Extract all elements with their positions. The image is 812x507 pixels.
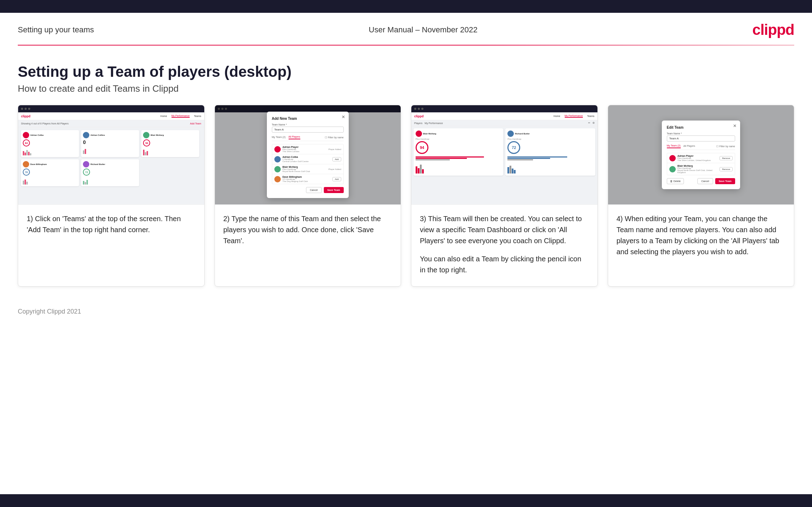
player-added-3: Player Added [328,168,341,170]
mini-pencil-icon[interactable]: ✏ [588,122,590,124]
team-name-input-2[interactable]: Team A [272,127,344,133]
bar-9 [145,152,146,155]
tab-all-players-2[interactable]: All Players [289,135,300,139]
cancel-button-4[interactable]: Cancel [697,178,713,184]
player-info-4: Dave Billingham 3.5 HandicapThe Dog Magi… [283,176,331,182]
player-row-2: Adrian Colba 1 HandicapCentral London Go… [272,154,343,164]
delete-button-4[interactable]: 🗑 Delete [667,178,684,184]
player-mini-top-3: Blair McHarg [143,132,197,138]
mini-app-2: Add New Team ✕ Team Name * Team A My Tea… [215,105,401,204]
card-1: clippd Home My Performance Teams Showing… [18,105,205,287]
player-avatar-4 [274,176,281,182]
bar-7 [85,149,86,154]
add-player-btn-4[interactable]: Add [332,177,341,181]
mini-header-3 [411,105,597,112]
player-avatar-3 [274,166,281,172]
stat-bar-4 [507,156,567,158]
card-2-text: 2) Type the name of this Team and then s… [215,205,401,286]
cancel-button-2[interactable]: Cancel [306,187,322,193]
edit-player-avatar-2 [669,166,676,172]
card-3: clippd Home My Performance Teams Players… [411,105,598,287]
edit-player-row-name-1: Adrian Player [677,155,718,157]
bar-6 [83,150,84,154]
player-stat-1: Blair McHarg Plus Handicap 94 [413,128,503,176]
player-row-club-3: Plus HandicapRoyal North Devon Golf Club [283,168,327,172]
bar-d8 [514,170,516,174]
mini-app-4: Edit Team ✕ Team Name * Team A My Team (… [608,105,794,204]
bar-d3 [420,165,422,174]
avatar-d2 [507,130,514,137]
stat-score-2: 72 [507,141,520,154]
stat-bar-5 [507,158,550,159]
dot-8 [418,108,420,110]
mini-breadcrumb-3b: My Performance [425,122,443,124]
mini-app-3: clippd Home My Performance Teams Players… [411,105,597,204]
clippd-logo: clippd [752,21,794,38]
mini-nav-1: clippd Home My Performance Teams [18,112,204,120]
edit-team-name-input[interactable]: Team A [667,135,735,142]
bar-chart-4 [23,177,77,185]
player-avatar-2 [274,156,281,162]
player-info-1: Adrian Player Plus HandicapThe Shire Lon… [283,146,327,153]
bar-5 [30,153,31,155]
bar-14 [83,181,84,185]
player-row-name-3: Blair McHarg [283,166,327,168]
bar-chart-1 [23,148,77,155]
nav-home-3: Home [554,115,560,117]
bar-1 [23,151,24,155]
bar-15 [85,182,86,185]
add-team-btn-mini[interactable]: Add Team [190,122,201,125]
edit-tab-all-players[interactable]: All Players [684,145,695,148]
bar-2 [25,153,26,155]
copyright-text: Copyright Clippd 2021 [18,308,794,315]
bar-chart-2 [83,147,137,154]
mini-app-1: clippd Home My Performance Teams Showing… [18,105,204,204]
player-name-3: Blair McHarg [151,134,164,136]
bar-d1 [416,166,417,174]
dialog-close-2[interactable]: ✕ [342,114,345,119]
add-player-btn-2[interactable]: Add [332,157,341,161]
remove-player-btn-2[interactable]: Remove [719,167,732,171]
cards-container: clippd Home My Performance Teams Showing… [0,105,812,301]
player-name-2: Adrian Collins [90,134,105,136]
player-card-mini-4: Dave Billingham 78 [21,159,79,186]
card-2: Add New Team ✕ Team Name * Team A My Tea… [215,105,401,287]
edit-filter-check: ☐ Filter by name [716,145,735,148]
bar-d4 [422,169,424,174]
bar-chart-3 [143,148,197,155]
dot-1 [21,108,23,110]
mini-breadcrumb-3: Players [414,122,422,124]
save-team-button-4[interactable]: Save Team [715,178,735,184]
edit-dialog-title: Edit Team [667,126,735,129]
edit-player-row-club-1: Plus HandicapThe Shire London, United Ki… [677,157,718,161]
player-row-club-1: Plus HandicapThe Shire London [283,148,327,153]
bar-d6 [510,166,511,174]
save-team-button-2[interactable]: Save Team [324,187,344,193]
player-info-3: Blair McHarg Plus HandicapRoyal North De… [283,166,327,172]
bar-8 [143,150,144,155]
nav-teams-3: My Performance [565,114,583,118]
mini-header-1 [18,105,204,112]
player-stat-hcp-2: Plus Handicap [507,138,593,140]
tab-my-team-2[interactable]: My Team (2) [272,136,286,139]
player-mini-top-2: Adrian Collins [83,132,137,138]
bottom-bar [0,494,812,507]
page-title-section: Setting up a Team of players (desktop) H… [0,46,812,105]
mini-logo: clippd [21,114,31,118]
edit-tab-my-team[interactable]: My Team (2) [667,144,681,148]
page-title: Setting up a Team of players (desktop) [18,63,794,80]
dialog-title-2: Add New Team [272,117,344,121]
bar-12 [25,180,26,185]
edit-dialog-close[interactable]: ✕ [733,123,737,128]
dot-2 [25,108,27,110]
mini-settings-icon[interactable]: ⚙ [592,122,595,124]
edit-player-row-1: Adrian Player Plus HandicapThe Shire Lon… [667,153,735,163]
card-3-description-1: 3) This Team will then be created. You c… [420,213,589,246]
stat-bar-2 [416,158,467,159]
bar-chart-5 [83,177,137,185]
dot-7 [414,108,416,110]
dot-9 [421,108,423,110]
avatar-5 [83,161,89,167]
remove-player-btn-1[interactable]: Remove [719,156,732,160]
card-4: Edit Team ✕ Team Name * Team A My Team (… [608,105,795,287]
